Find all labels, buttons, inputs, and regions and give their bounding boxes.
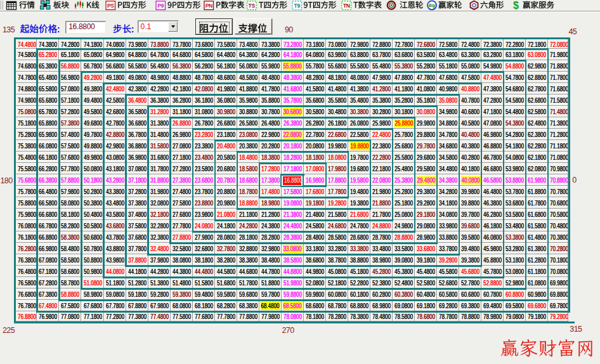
svg-text:$: $: [513, 0, 519, 11]
svg-text:Big: Big: [429, 3, 436, 8]
svg-text:TN: TN: [343, 3, 350, 9]
svg-text:P9: P9: [157, 3, 164, 9]
svg-text:PS: PS: [107, 3, 114, 9]
svg-text:T9: T9: [294, 3, 301, 9]
svg-text:TS: TS: [249, 3, 256, 9]
svg-text:PN: PN: [205, 3, 212, 9]
